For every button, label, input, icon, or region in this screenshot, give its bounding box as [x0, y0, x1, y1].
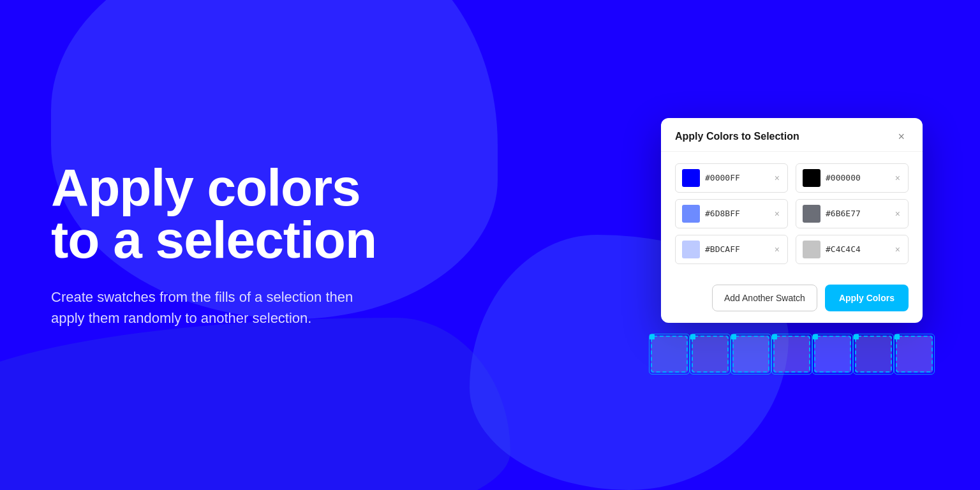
selection-preview [651, 336, 933, 373]
swatch-remove-5[interactable]: × [894, 245, 902, 254]
left-panel: Apply colors to a selection Create swatc… [51, 161, 604, 329]
main-content: Apply colors to a selection Create swatc… [0, 0, 980, 490]
swatch-color-1[interactable] [803, 169, 820, 187]
swatch-item-5: #C4C4C4 × [796, 235, 909, 264]
swatch-color-0[interactable] [682, 169, 700, 187]
swatch-remove-1[interactable]: × [894, 174, 902, 182]
selection-box-7 [896, 336, 933, 373]
main-title: Apply colors to a selection [51, 161, 604, 266]
swatch-label-0: #0000FF [705, 173, 768, 182]
swatch-color-3[interactable] [803, 205, 820, 223]
selection-box-4 [773, 336, 810, 373]
swatch-remove-3[interactable]: × [894, 209, 902, 218]
swatch-label-4: #BDCAFF [705, 244, 768, 254]
swatch-item-1: #000000 × [796, 163, 909, 193]
swatch-row-3: #BDCAFF × #C4C4C4 × [675, 235, 909, 264]
selection-box-6 [855, 336, 892, 373]
dialog-header: Apply Colors to Selection × [661, 118, 923, 152]
swatch-label-2: #6D8BFF [705, 209, 768, 218]
swatch-item-0: #0000FF × [675, 163, 788, 193]
selection-box-1 [651, 336, 688, 373]
swatch-item-2: #6D8BFF × [675, 199, 788, 228]
swatch-label-3: #6B6E77 [826, 209, 889, 218]
subtitle: Create swatches from the fills of a sele… [51, 286, 370, 329]
swatches-area: #0000FF × #000000 × #6D8BFF × [661, 152, 923, 276]
right-panel: Apply Colors to Selection × #0000FF × #0… [655, 118, 929, 373]
swatch-item-3: #6B6E77 × [796, 199, 909, 228]
swatch-label-1: #000000 [826, 173, 889, 182]
swatch-remove-4[interactable]: × [773, 245, 781, 254]
swatch-row-1: #0000FF × #000000 × [675, 163, 909, 193]
dialog-footer: Add Another Swatch Apply Colors [661, 276, 923, 323]
swatch-remove-2[interactable]: × [773, 209, 781, 218]
close-button[interactable]: × [894, 130, 909, 144]
swatch-color-2[interactable] [682, 205, 700, 223]
apply-colors-button[interactable]: Apply Colors [825, 285, 909, 311]
title-line-1: Apply colors [51, 158, 360, 216]
dialog-title: Apply Colors to Selection [675, 131, 799, 142]
swatch-remove-0[interactable]: × [773, 174, 781, 182]
selection-box-2 [692, 336, 729, 373]
swatch-item-4: #BDCAFF × [675, 235, 788, 264]
dialog: Apply Colors to Selection × #0000FF × #0… [661, 118, 923, 323]
selection-box-5 [814, 336, 851, 373]
swatch-row-2: #6D8BFF × #6B6E77 × [675, 199, 909, 228]
swatch-color-5[interactable] [803, 241, 820, 258]
selection-box-3 [732, 336, 769, 373]
swatch-label-5: #C4C4C4 [826, 244, 889, 254]
add-swatch-button[interactable]: Add Another Swatch [712, 285, 817, 311]
swatch-color-4[interactable] [682, 241, 700, 258]
title-line-2: to a selection [51, 211, 376, 269]
